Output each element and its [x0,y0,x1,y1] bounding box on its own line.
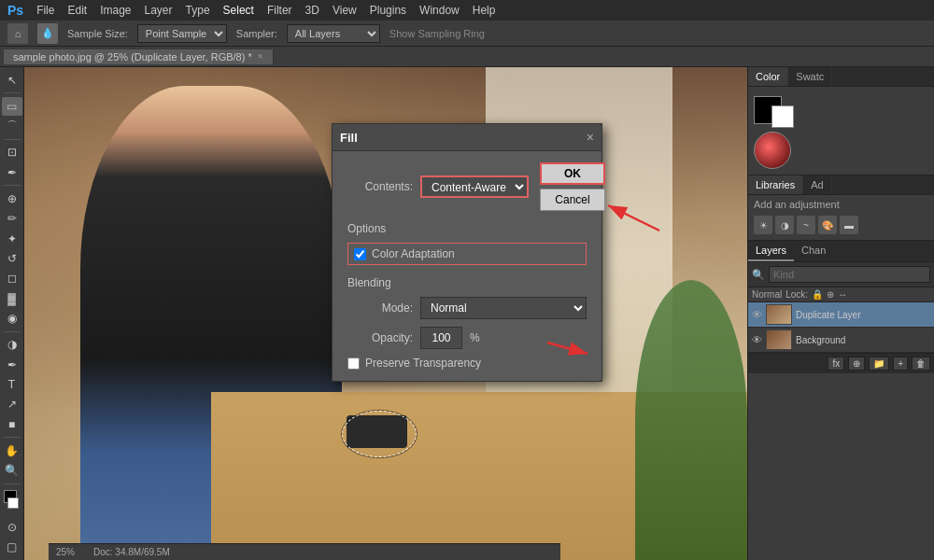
history-brush-tool[interactable]: ↺ [2,249,22,267]
dialog-close-button[interactable]: × [587,130,594,145]
color-swatches [754,96,928,128]
brightness-icon[interactable]: ☀ [754,216,772,234]
opacity-unit: % [470,331,480,344]
layer-visibility-icon-1[interactable]: 👁 [752,309,762,320]
menu-help[interactable]: Help [473,4,496,17]
preserve-transparency-checkbox[interactable] [347,357,360,370]
adjustments-tab[interactable]: Ad [803,175,831,194]
menu-select[interactable]: Select [223,4,254,17]
healing-brush-tool[interactable]: ⊕ [2,189,22,207]
swatches-tab[interactable]: Swatc [788,67,832,86]
opacity-label: Opacity: [347,331,413,344]
path-select-tool[interactable]: ↗ [2,396,22,413]
channels-tab[interactable]: Chan [794,241,833,261]
sampler-select[interactable]: All Layers [287,24,380,43]
main-layout: ↖ ▭ ⌒ ⊡ ✒ ⊕ ✏ ✦ ↺ ◻ ▓ ◉ ◑ ✒ T ↗ ■ ✋ 🔍 ⊙ … [0,67,934,560]
mode-label: Mode: [347,301,413,315]
stamp-tool[interactable]: ✦ [2,230,22,247]
lock-label: Lock: [785,289,808,300]
libraries-tab[interactable]: Libraries [748,175,803,194]
pen-tool[interactable]: ✒ [2,356,22,373]
color-tab[interactable]: Color [748,67,788,86]
mode-select[interactable]: Normal [420,297,587,319]
menu-3d[interactable]: 3D [305,4,319,17]
tab-close-button[interactable]: × [258,51,263,62]
sample-size-select[interactable]: Point Sample [137,24,227,43]
lock-icon-2[interactable]: ⊕ [827,289,834,300]
blur-tool[interactable]: ◉ [2,309,22,327]
background-swatch[interactable] [771,105,794,128]
lock-icon-1[interactable]: 🔒 [812,289,823,300]
new-group-button[interactable]: 📁 [869,357,889,371]
dodge-tool[interactable]: ◑ [2,336,22,354]
menu-plugins[interactable]: Plugins [370,4,406,17]
menu-filter[interactable]: Filter [267,4,292,17]
levels-icon[interactable]: ▬ [840,216,858,234]
move-tool[interactable]: ↖ [2,71,22,89]
menu-view[interactable]: View [333,4,357,17]
layers-section: Layers Chan 🔍 Normal Lock: 🔒 ⊕ ↔ 👁 Dupli… [748,241,934,560]
contrast-icon[interactable]: ◑ [775,216,794,234]
hand-tool[interactable]: ✋ [2,441,22,459]
preserve-transparency-label[interactable]: Preserve Transparency [365,357,481,370]
lock-icon-3[interactable]: ↔ [838,289,847,300]
layer-name-2: Background [796,335,930,345]
dialog-titlebar: Fill × [333,124,601,151]
layer-thumbnail-1 [766,304,792,325]
menu-type[interactable]: Type [186,4,210,17]
hue-icon[interactable]: 🎨 [818,216,837,234]
adjustment-icons: ☀ ◑ ~ 🎨 ▬ [754,214,928,236]
dialog-body: Contents: Content-Aware OK Cancel Option… [333,151,601,381]
opacity-input[interactable]: 100 [420,327,462,349]
lasso-tool[interactable]: ⌒ [2,118,22,135]
eyedropper-tool-icon[interactable]: 💧 [37,23,58,44]
layer-controls: Normal Lock: 🔒 ⊕ ↔ [748,287,934,302]
layer-kind-filter[interactable] [769,266,930,283]
contents-select[interactable]: Content-Aware [420,175,529,198]
home-icon[interactable]: ⌂ [7,23,28,44]
ok-button[interactable]: OK [540,162,605,185]
menu-layer[interactable]: Layer [145,4,173,17]
color-adaptation-label[interactable]: Color Adaptation [372,247,455,260]
toolbar-separator-2 [4,139,21,140]
delete-layer-button[interactable]: 🗑 [912,357,930,371]
color-adaptation-checkbox[interactable] [354,248,366,260]
canvas-area[interactable]: 25% Doc: 34.8M/69.5M Fill × Contents: Co… [24,67,747,560]
layer-item-duplicate[interactable]: 👁 Duplicate Layer [748,302,934,328]
add-mask-button[interactable]: ⊕ [848,357,865,371]
screen-mode-tool[interactable]: ▢ [2,539,22,556]
layer-thumbnail-2 [766,329,792,350]
tab-filename: sample photo.jpg @ 25% (Duplicate Layer,… [13,51,252,63]
menu-file[interactable]: File [36,4,54,17]
sampler-label: Sampler: [236,28,277,39]
gradient-tool[interactable]: ▓ [2,289,22,307]
fx-button[interactable]: fx [828,357,844,371]
color-picker-circle[interactable] [754,132,791,169]
curves-icon[interactable]: ~ [797,216,815,234]
cancel-button[interactable]: Cancel [540,189,605,211]
normal-blend-select[interactable]: Normal [752,289,782,300]
fill-dialog: Fill × Contents: Content-Aware OK Cancel… [332,123,602,382]
layer-item-background[interactable]: 👁 Background [748,328,934,353]
zoom-level: 25% [56,547,75,557]
marquee-tool[interactable]: ▭ [2,97,22,115]
menu-image[interactable]: Image [100,4,131,17]
brush-tool[interactable]: ✏ [2,210,22,228]
zoom-tool[interactable]: 🔍 [2,462,22,480]
status-bar: 25% Doc: 34.8M/69.5M [49,543,560,560]
layer-visibility-icon-2[interactable]: 👁 [752,334,762,345]
menu-window[interactable]: Window [419,4,460,17]
shape-tool[interactable]: ■ [2,415,22,433]
menu-edit[interactable]: Edit [67,4,87,17]
crop-tool[interactable]: ⊡ [2,144,22,161]
eyedropper-tool[interactable]: ✒ [2,163,22,181]
quick-mask-tool[interactable]: ⊙ [2,518,22,536]
type-tool[interactable]: T [2,375,22,393]
preserve-transparency-row: Preserve Transparency [347,357,587,370]
mid-panel-tabs: Libraries Ad [748,175,934,195]
background-color[interactable] [7,497,19,509]
eraser-tool[interactable]: ◻ [2,270,22,287]
new-layer-button[interactable]: + [893,357,908,371]
document-tab[interactable]: sample photo.jpg @ 25% (Duplicate Layer,… [4,49,274,64]
layers-tab[interactable]: Layers [748,241,794,261]
